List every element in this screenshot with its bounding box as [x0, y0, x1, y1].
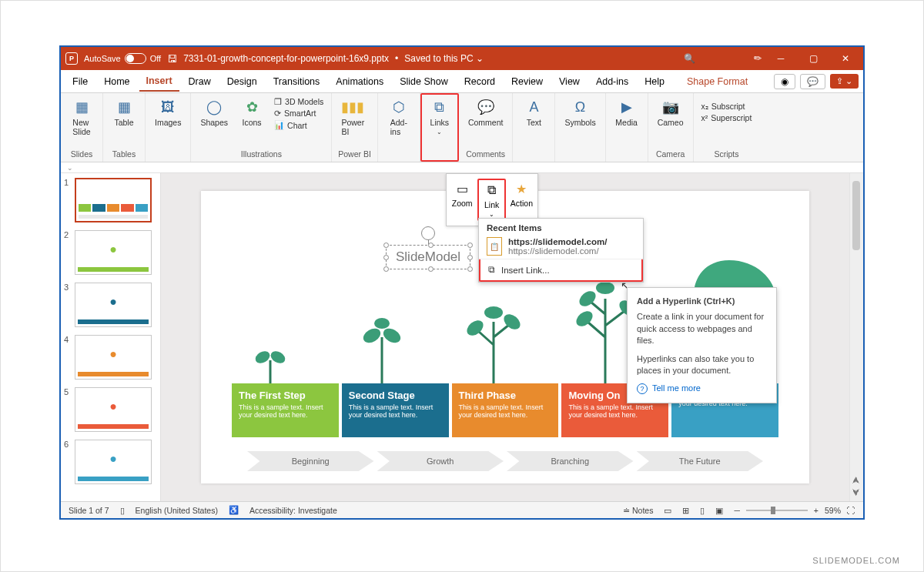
comments-pane-button[interactable]: 💬 [800, 74, 825, 89]
tab-file[interactable]: File [65, 72, 95, 91]
resize-handle[interactable] [467, 255, 473, 260]
tab-home[interactable]: Home [97, 72, 136, 91]
tab-insert[interactable]: Insert [139, 72, 179, 92]
resize-handle[interactable] [383, 243, 389, 248]
minimize-button[interactable]: ─ [768, 48, 794, 69]
icons-button[interactable]: ✿ Icons [237, 96, 266, 129]
link-button[interactable]: ⧉Link⌄ [477, 179, 505, 221]
powerbi-button[interactable]: ▮▮▮ Power BI [338, 96, 367, 138]
zoom-in-icon[interactable]: + [814, 506, 819, 515]
slide-thumbnail-1[interactable] [75, 178, 152, 222]
selected-textbox[interactable]: SlideModel [386, 226, 470, 269]
record-camera-button[interactable]: ◉ [774, 74, 795, 89]
fit-to-window-icon[interactable]: ⛶ [847, 506, 855, 515]
resize-handle[interactable] [383, 255, 389, 260]
share-button[interactable]: ⇪ ⌄ [830, 74, 859, 89]
search-icon[interactable]: 🔍 [684, 53, 695, 64]
language-status[interactable]: English (United States) [136, 506, 218, 515]
tab-record[interactable]: Record [457, 72, 502, 91]
zoom-button[interactable]: ▭Zoom [450, 179, 474, 221]
insert-link-menu-item[interactable]: ⧉ Insert Link... [479, 259, 643, 282]
tab-review[interactable]: Review [504, 72, 550, 91]
vertical-scrollbar[interactable]: ⮝ ⮟ [849, 173, 863, 501]
autosave-toggle[interactable]: AutoSave Off [84, 53, 161, 64]
cameo-button[interactable]: 📷 Cameo [654, 96, 687, 129]
text-button[interactable]: A Text [519, 96, 548, 129]
new-slide-label: New Slide [72, 118, 90, 136]
zoom-controls[interactable]: ─ + 59% ⛶ [734, 506, 855, 515]
maximize-button[interactable]: ▢ [800, 48, 826, 69]
stage-box[interactable]: Second StageThis is a sample text. Inser… [342, 383, 449, 437]
slide-thumbnail-3[interactable]: ● [75, 283, 152, 327]
tab-draw[interactable]: Draw [182, 72, 218, 91]
3d-models-button[interactable]: ❒3D Models [273, 96, 325, 107]
rotation-handle-icon[interactable] [421, 226, 435, 240]
table-label: Table [114, 118, 133, 127]
textbox-content[interactable]: SlideModel [386, 245, 470, 269]
resize-handle[interactable] [428, 266, 434, 272]
ribbon-collapse-bar[interactable]: ⌄ [61, 162, 863, 173]
tell-me-more-link[interactable]: ? Tell me more [637, 383, 767, 394]
stage-box[interactable]: The First StepThis is a sample text. Ins… [232, 383, 339, 437]
chart-button[interactable]: 📊Chart [273, 119, 325, 131]
tab-addins[interactable]: Add-ins [589, 72, 635, 91]
resize-handle[interactable] [467, 243, 473, 248]
resize-handle[interactable] [428, 243, 434, 248]
scrollbar-thumb[interactable] [852, 181, 860, 250]
tab-animations[interactable]: Animations [329, 72, 390, 91]
superscript-button[interactable]: x²Superscript [700, 112, 754, 123]
media-icon: ▶ [618, 98, 636, 116]
stage-box[interactable]: Third PhaseThis is a sample text. Insert… [452, 383, 559, 437]
media-button[interactable]: ▶ Media [612, 96, 641, 129]
tab-transitions[interactable]: Transitions [266, 72, 327, 91]
view-slideshow-icon[interactable]: ▣ [715, 506, 723, 515]
arrow-label[interactable]: Beginning [247, 451, 374, 471]
tab-view[interactable]: View [552, 72, 587, 91]
images-button[interactable]: 🖼 Images [152, 96, 184, 129]
plant-icon [355, 299, 409, 383]
tab-design[interactable]: Design [220, 72, 264, 91]
resize-handle[interactable] [467, 266, 473, 272]
addins-button[interactable]: ⬡ Add- ins [384, 96, 413, 138]
slide-thumbnail-2[interactable]: ● [75, 230, 152, 275]
notes-button[interactable]: ≐ Notes [623, 506, 653, 515]
thumb-num: 4 [64, 335, 72, 344]
slide-thumbnail-5[interactable]: ● [75, 387, 152, 432]
links-button[interactable]: ⧉ Links ⌄ [425, 96, 454, 137]
zoom-percent[interactable]: 59% [825, 506, 841, 515]
arrow-label[interactable]: Branching [507, 451, 634, 471]
view-sorter-icon[interactable]: ⊞ [682, 506, 689, 515]
view-reading-icon[interactable]: ▯ [700, 506, 705, 515]
resize-handle[interactable] [383, 266, 389, 272]
slide-thumbnail-6[interactable]: ● [75, 440, 152, 484]
saved-state-dropdown[interactable]: Saved to this PC ⌄ [404, 53, 484, 64]
tab-slideshow[interactable]: Slide Show [393, 72, 455, 91]
draw-icon[interactable]: ✎ [752, 52, 765, 65]
next-slide-icon[interactable]: ⮟ [852, 488, 860, 497]
tab-shape-format[interactable]: Shape Format [680, 72, 755, 91]
view-normal-icon[interactable]: ▭ [664, 506, 671, 515]
new-slide-button[interactable]: ▦ New Slide [67, 96, 96, 138]
tooltip-title: Add a Hyperlink (Ctrl+K) [637, 296, 767, 307]
group-scripts: Scripts [700, 149, 754, 159]
comment-button[interactable]: 💬 Comment [465, 96, 507, 129]
table-button[interactable]: ▦ Table [109, 96, 139, 129]
slide-editor[interactable]: SlideModel [161, 173, 849, 501]
tab-help[interactable]: Help [638, 72, 671, 91]
zoom-out-icon[interactable]: ─ [734, 506, 739, 515]
smartart-button[interactable]: ⟳SmartArt [273, 108, 325, 119]
zoom-slider[interactable] [746, 510, 808, 511]
prev-slide-icon[interactable]: ⮝ [852, 476, 860, 484]
close-button[interactable]: ✕ [832, 48, 859, 69]
arrow-label[interactable]: Growth [377, 451, 504, 471]
subscript-button[interactable]: x₂Subscript [700, 101, 754, 112]
save-icon[interactable]: 🖫 [167, 53, 177, 65]
action-button[interactable]: ★Action [509, 179, 534, 221]
slide-thumbnail-4[interactable]: ● [75, 335, 152, 380]
recent-link-item[interactable]: 📋 https://slidemodel.com/ https://slidem… [479, 234, 643, 259]
arrow-label[interactable]: The Future [637, 451, 764, 471]
slide-counter[interactable]: Slide 1 of 7 [69, 506, 109, 515]
symbols-button[interactable]: Ω Symbols [561, 96, 598, 129]
accessibility-status[interactable]: Accessibility: Investigate [249, 506, 337, 515]
shapes-button[interactable]: ◯ Shapes [197, 96, 231, 129]
